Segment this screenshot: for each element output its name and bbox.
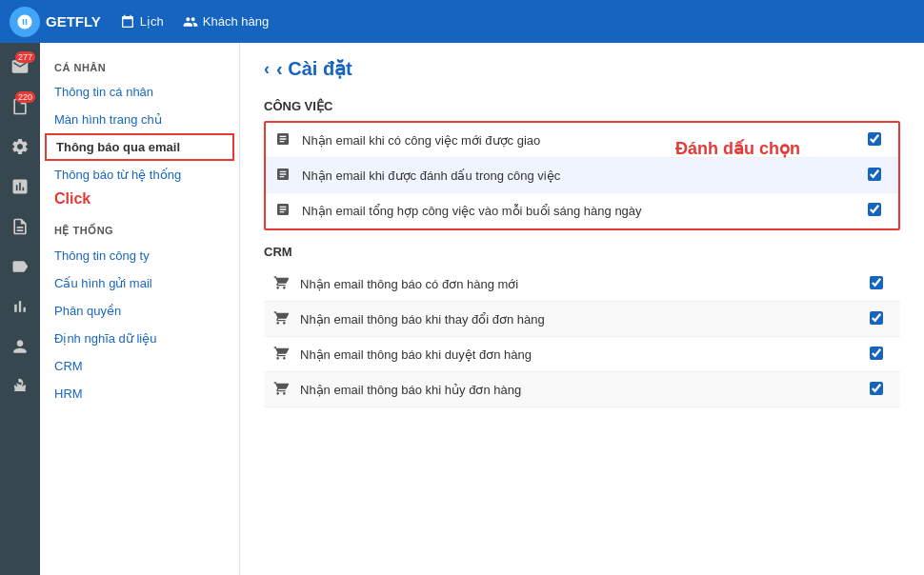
section-he-thong-title: HỆ THỐNG — [40, 215, 239, 242]
sidebar-icon-user[interactable] — [1, 327, 39, 366]
cv2-label: Nhận email khi được đánh dấu trong công … — [302, 169, 860, 183]
crm-row-3: Nhận email thông báo khi duyệt đơn hàng — [264, 337, 900, 372]
nav-man-hinh-trang-chu[interactable]: Màn hình trang chủ — [40, 106, 239, 133]
crm-row-4: Nhận email thông báo khi hủy đơn hàng — [264, 372, 900, 407]
cv3-checkbox-wrapper — [860, 203, 889, 219]
crm2-checkbox-wrapper — [862, 311, 891, 327]
crm1-icon — [273, 275, 291, 292]
crm2-checkbox[interactable] — [870, 311, 883, 325]
nav-thong-bao-tu-he-thong[interactable]: Thông báo từ hệ thống — [40, 161, 239, 188]
nav-dinh-nghia-du-lieu[interactable]: Định nghĩa dữ liệu — [40, 325, 239, 352]
logo-text: GETFLY — [46, 13, 101, 30]
sidebar-icon-gear[interactable] — [1, 128, 39, 166]
crm-row-2: Nhận email thông báo khi thay đổi đơn hà… — [264, 302, 900, 337]
cv-row-1: Nhận email khi có công việc mới được gia… — [266, 123, 898, 158]
crm-rows-group: Nhận email thông báo có đơn hàng mới Nhậ… — [264, 267, 900, 407]
sidebar-icon-mail[interactable]: 277 — [1, 48, 39, 86]
crm1-label: Nhận email thông báo có đơn hàng mới — [300, 277, 862, 291]
crm2-icon — [273, 310, 291, 327]
mail-badge: 277 — [15, 51, 35, 63]
page-title: ‹ Cài đặt — [276, 57, 352, 80]
crm3-checkbox[interactable] — [870, 347, 883, 360]
content-area: ‹ ‹ Cài đặt Đánh dấu chọn CÔNG VIỆC Nhận… — [240, 43, 924, 575]
document-badge: 220 — [15, 91, 35, 103]
logo[interactable]: GETFLY — [10, 7, 101, 37]
logo-icon — [10, 7, 40, 37]
sidebar-icon-document[interactable]: 220 — [1, 88, 39, 126]
nav-lich-label: Lịch — [140, 14, 164, 29]
click-label: Click — [40, 188, 239, 215]
back-arrow[interactable]: ‹ — [264, 59, 270, 79]
nav-hrm[interactable]: HRM — [40, 380, 239, 407]
page-header: ‹ ‹ Cài đặt — [264, 57, 900, 80]
nav-phan-quyen[interactable]: Phân quyền — [40, 297, 239, 325]
crm2-label: Nhận email thông báo khi thay đổi đơn hà… — [300, 312, 862, 327]
cv2-checkbox-wrapper — [860, 168, 889, 184]
left-navigation: CÁ NHÂN Thông tin cá nhân Màn hình trang… — [40, 43, 240, 575]
sidebar-icon-chart[interactable] — [1, 168, 39, 206]
crm3-checkbox-wrapper — [862, 347, 891, 363]
nav-lich[interactable]: Lịch — [120, 14, 164, 30]
crm4-label: Nhận email thông báo khi hủy đơn hàng — [300, 383, 862, 397]
sidebar-icons: 277 220 — [0, 43, 40, 575]
section-crm-title: CRM — [264, 245, 900, 259]
nav-thong-tin-cong-ty[interactable]: Thông tin công ty — [40, 242, 239, 269]
nav-thong-bao-qua-email[interactable]: Thông báo qua email — [45, 133, 234, 161]
section-ca-nhan-title: CÁ NHÂN — [40, 52, 239, 78]
nav-crm[interactable]: CRM — [40, 352, 239, 380]
nav-thong-tin-ca-nhan[interactable]: Thông tin cá nhân — [40, 78, 239, 106]
crm1-checkbox[interactable] — [870, 276, 883, 289]
sidebar-icon-network[interactable] — [1, 367, 39, 406]
highlighted-cong-viec-group: Nhận email khi có công việc mới được gia… — [264, 121, 900, 230]
cv3-icon — [275, 202, 292, 219]
sidebar-icon-tag[interactable] — [1, 248, 39, 286]
cv1-checkbox[interactable] — [868, 132, 881, 146]
annotation-label: Đánh dấu chọn — [675, 138, 800, 159]
sidebar-icon-bar-chart[interactable] — [1, 288, 39, 326]
nav-khach-hang-label: Khách hàng — [203, 14, 269, 29]
crm1-checkbox-wrapper — [862, 276, 891, 292]
crm4-icon — [273, 381, 291, 398]
cv2-icon — [275, 167, 292, 184]
cv-row-3: Nhận email tổng hợp công việc vào mỗi bu… — [266, 193, 898, 228]
crm3-label: Nhận email thông báo khi duyệt đơn hàng — [300, 347, 862, 362]
cv1-icon — [275, 131, 292, 149]
crm4-checkbox[interactable] — [870, 382, 883, 395]
cv3-checkbox[interactable] — [868, 203, 881, 216]
section-cong-viec-title: CÔNG VIỆC — [264, 99, 900, 113]
cv3-label: Nhận email tổng hợp công việc vào mỗi bu… — [302, 204, 860, 218]
crm4-checkbox-wrapper — [862, 382, 891, 398]
cv1-checkbox-wrapper — [860, 132, 889, 149]
crm-row-1: Nhận email thông báo có đơn hàng mới — [264, 267, 900, 302]
crm3-icon — [273, 346, 291, 363]
nav-khach-hang[interactable]: Khách hàng — [183, 14, 269, 30]
main-layout: 277 220 CÁ NHÂN Thông tin cá nhân — [0, 43, 924, 575]
top-navigation: GETFLY Lịch Khách hàng — [0, 0, 924, 43]
nav-cau-hinh-gui-mail[interactable]: Cấu hình gửi mail — [40, 269, 239, 297]
cv-row-2: Nhận email khi được đánh dấu trong công … — [266, 158, 898, 193]
cv2-checkbox[interactable] — [868, 168, 881, 181]
sidebar-icon-file[interactable] — [1, 208, 39, 246]
